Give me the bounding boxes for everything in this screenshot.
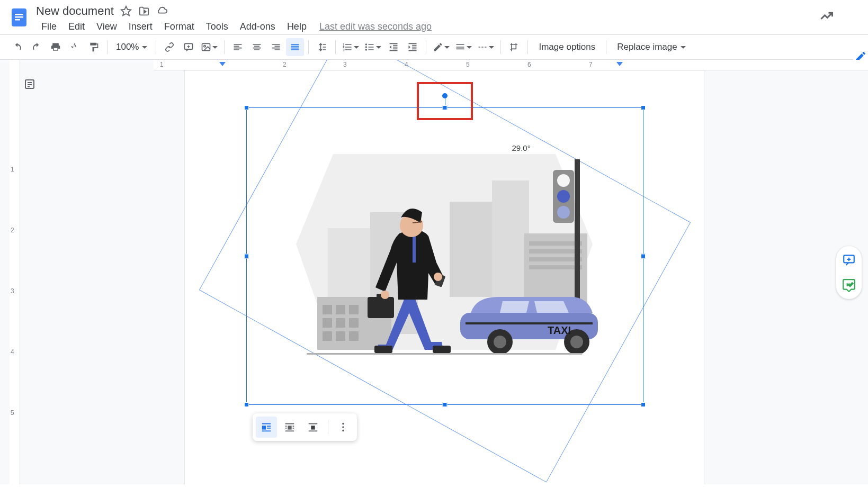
zoom-select[interactable]: 100% <box>112 42 151 52</box>
crop-button[interactable] <box>505 38 523 56</box>
text-wrap-toolbar <box>253 413 357 441</box>
document-page[interactable]: TAXI <box>185 70 704 484</box>
svg-rect-65 <box>262 430 271 431</box>
svg-rect-74 <box>311 426 315 429</box>
svg-rect-63 <box>266 426 270 427</box>
svg-rect-1 <box>15 14 23 15</box>
image-options-button[interactable]: Image options <box>532 42 602 52</box>
svg-rect-61 <box>262 423 271 424</box>
menu-insert[interactable]: Insert <box>123 19 158 34</box>
svg-point-77 <box>342 426 344 428</box>
svg-rect-3 <box>15 19 20 21</box>
wrap-inline-button[interactable] <box>256 417 277 438</box>
increase-indent-button[interactable] <box>404 38 422 56</box>
svg-point-12 <box>365 49 367 50</box>
wrap-text-button[interactable] <box>279 417 300 438</box>
undo-button[interactable] <box>8 38 26 56</box>
wrap-more-button[interactable] <box>333 417 354 438</box>
svg-point-11 <box>365 46 367 48</box>
align-left-button[interactable] <box>229 38 247 56</box>
svg-point-76 <box>342 423 344 425</box>
svg-rect-75 <box>308 430 317 431</box>
numbered-list-button[interactable] <box>340 38 361 56</box>
link-button[interactable] <box>160 38 178 56</box>
resize-handle-tl[interactable] <box>244 105 249 110</box>
resize-handle-br[interactable] <box>641 402 646 407</box>
paint-format-button[interactable] <box>85 38 103 56</box>
toolbar: 100% Image options Replace image <box>0 35 868 60</box>
svg-rect-68 <box>285 426 287 427</box>
suggest-edit-button[interactable] <box>840 277 857 294</box>
add-comment-button[interactable] <box>840 251 857 268</box>
cloud-icon[interactable] <box>156 5 168 17</box>
line-spacing-button[interactable] <box>313 38 331 56</box>
menu-format[interactable]: Format <box>159 19 200 34</box>
canvas-area: 1 2 3 4 5 1 2 3 4 5 6 7 <box>0 60 868 484</box>
vertical-ruler[interactable]: 1 2 3 4 5 <box>10 60 20 484</box>
svg-rect-64 <box>266 428 270 429</box>
align-center-button[interactable] <box>248 38 266 56</box>
align-right-button[interactable] <box>267 38 285 56</box>
align-justify-button[interactable] <box>286 38 304 56</box>
image-selection-frame[interactable] <box>246 107 643 405</box>
docs-logo[interactable] <box>8 6 30 28</box>
redo-button[interactable] <box>28 38 46 56</box>
last-edit-link[interactable]: Last edit was seconds ago <box>313 19 438 34</box>
svg-point-78 <box>342 430 344 432</box>
svg-point-9 <box>204 46 205 47</box>
svg-rect-66 <box>285 423 294 424</box>
menu-file[interactable]: File <box>36 19 62 34</box>
menu-tools[interactable]: Tools <box>201 19 234 34</box>
svg-rect-67 <box>288 426 291 429</box>
replace-image-button[interactable]: Replace image <box>611 42 692 52</box>
header-bar: New document File Edit View Insert Forma… <box>0 0 868 35</box>
resize-handle-ml[interactable] <box>244 254 249 259</box>
menu-help[interactable]: Help <box>282 19 312 34</box>
svg-rect-62 <box>262 426 265 429</box>
spellcheck-button[interactable] <box>66 38 84 56</box>
side-actions <box>836 246 862 299</box>
resize-handle-bm[interactable] <box>442 402 447 407</box>
star-icon[interactable] <box>120 5 132 17</box>
menu-addons[interactable]: Add-ons <box>235 19 281 34</box>
border-dash-button[interactable] <box>475 38 496 56</box>
image-insert-button[interactable] <box>199 38 220 56</box>
comment-button[interactable] <box>180 38 198 56</box>
svg-rect-72 <box>285 430 294 431</box>
svg-marker-4 <box>121 6 131 15</box>
menu-view[interactable]: View <box>91 19 122 34</box>
resize-handle-bl[interactable] <box>244 402 249 407</box>
svg-point-10 <box>365 43 367 45</box>
rotation-angle-label: 29.0° <box>512 143 531 152</box>
menu-bar: File Edit View Insert Format Tools Add-o… <box>36 19 815 34</box>
resize-handle-mr[interactable] <box>641 254 646 259</box>
print-button[interactable] <box>47 38 65 56</box>
svg-rect-71 <box>292 428 294 429</box>
border-color-button[interactable] <box>431 38 452 56</box>
svg-rect-2 <box>15 16 23 18</box>
svg-rect-73 <box>308 423 317 424</box>
resize-handle-tr[interactable] <box>641 105 646 110</box>
bullet-list-button[interactable] <box>362 38 383 56</box>
decrease-indent-button[interactable] <box>384 38 402 56</box>
border-weight-button[interactable] <box>453 38 474 56</box>
svg-rect-70 <box>285 428 287 429</box>
move-icon[interactable] <box>138 5 150 17</box>
document-title[interactable]: New document <box>36 4 114 18</box>
svg-rect-69 <box>292 426 294 427</box>
activity-icon[interactable] <box>815 4 838 30</box>
menu-edit[interactable]: Edit <box>63 19 90 34</box>
tutorial-highlight <box>417 82 473 120</box>
wrap-break-button[interactable] <box>302 417 324 438</box>
